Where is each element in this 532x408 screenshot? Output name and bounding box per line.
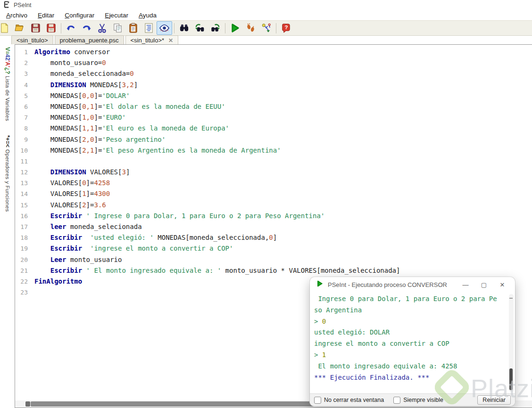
- menu-editar[interactable]: Editar: [33, 11, 59, 20]
- undo-button[interactable]: [63, 21, 79, 35]
- cut-icon: [97, 23, 108, 33]
- code-line: 6 MONEDAS[0,1]='El dolar es la moneda de…: [15, 101, 532, 112]
- console-line: > 0: [314, 316, 499, 327]
- code-line: 15 VALORES[2]=3.6: [15, 200, 532, 211]
- checkbox-box[interactable]: [314, 397, 321, 404]
- line-number: 20: [15, 254, 34, 265]
- code-text: Escribir ' El monto ingresado equivale a…: [34, 265, 400, 276]
- save-as-button[interactable]: [43, 21, 59, 35]
- scrollbar-left-arrow[interactable]: [25, 401, 30, 407]
- checkbox-label: No cerrar esta ventana: [324, 397, 384, 403]
- console-scrollbar-thumb[interactable]: [509, 368, 513, 390]
- save-button[interactable]: [28, 21, 43, 35]
- find-previous-button[interactable]: [192, 21, 208, 35]
- app-title: PSeInt: [14, 2, 32, 8]
- code-line: 4 DIMENSION MONEDAS[3,2]: [15, 80, 532, 90]
- line-number: 8: [15, 123, 34, 134]
- console-line: *** Ejecución Finalizada. ***: [314, 372, 499, 384]
- redo-icon: [81, 23, 92, 33]
- paste-icon: [128, 23, 139, 33]
- line-number: 18: [15, 232, 34, 243]
- checkbox-box[interactable]: [393, 397, 400, 404]
- code-line: 20 Leer monto_usuario: [15, 254, 532, 265]
- document-tab-sin_titulo[interactable]: <sin_titulo>: [11, 35, 53, 45]
- code-text: Escribir ' Ingrese 0 para Dolar, 1 para …: [34, 211, 324, 221]
- find-button[interactable]: [176, 21, 192, 35]
- restart-button[interactable]: Reiniciar: [477, 395, 511, 405]
- pseint-window: { "window": { "app_title": "PSeInt" }, "…: [0, 0, 532, 408]
- help-icon: ?: [281, 23, 291, 33]
- cut-button[interactable]: [94, 21, 110, 35]
- console-line: usted elegió: DOLAR: [314, 327, 499, 338]
- console-scrollbar[interactable]: [509, 294, 514, 392]
- new-file-button[interactable]: [0, 21, 12, 35]
- code-text: DIMENSION VALORES[3]: [34, 167, 130, 178]
- code-text: Leer monto_usuario: [34, 254, 122, 265]
- code-line: 9 MONEDAS[2,0]='Peso argentino': [15, 134, 532, 145]
- undo-icon: [66, 23, 76, 33]
- code-text: MONEDAS[1,1]='El euro es la moneda de Eu…: [34, 123, 229, 134]
- close-button[interactable]: ✕: [495, 281, 509, 288]
- menu-ejecutar[interactable]: Ejecutar: [100, 11, 133, 20]
- autoformat-button[interactable]: [141, 21, 157, 35]
- code-line: 2 monto_usuaro=0: [15, 57, 532, 68]
- paste-button[interactable]: [125, 21, 141, 35]
- line-number: 5: [15, 90, 34, 101]
- side-tab-variables[interactable]: V≡42'A'¿?Lista de Variables: [0, 44, 15, 121]
- execution-console-window: PSeInt - Ejecutando proceso CONVERSOR — …: [310, 277, 515, 406]
- code-line: 3 moneda_seleccionada=0: [15, 68, 532, 79]
- menu-archivo[interactable]: Archivo: [1, 11, 33, 20]
- open-button[interactable]: [12, 21, 28, 35]
- copy-icon: [112, 23, 123, 33]
- code-text: MONEDAS[0,0]='DOLAR': [34, 90, 130, 101]
- toolbar: ?: [0, 20, 532, 36]
- line-number: 10: [15, 145, 34, 156]
- document-tab-sin_titulo[interactable]: <sin_titulo>*✕: [125, 35, 179, 45]
- console-scrollbar-top-mark: [509, 298, 513, 299]
- help-button[interactable]: ?: [278, 21, 294, 35]
- syntax-view-button[interactable]: [157, 21, 172, 35]
- document-tab-bar: <sin_titulo>problema_puente.psc<sin_titu…: [0, 36, 532, 45]
- run-step-icon: [245, 23, 256, 33]
- code-text: MONEDAS[2,0]='Peso argentino': [34, 134, 166, 145]
- tab-close-icon[interactable]: ✕: [168, 38, 173, 43]
- code-text: VALORES[2]=3.6: [34, 200, 106, 211]
- line-number: 1: [15, 47, 34, 57]
- menu-configurar[interactable]: Configurar: [59, 11, 100, 20]
- line-number: 9: [15, 134, 34, 145]
- toolbar-separator: [225, 23, 225, 33]
- code-text: VALORES[0]=4258: [34, 178, 110, 188]
- maximize-button[interactable]: ▢: [477, 281, 491, 288]
- code-text: MONEDAS[0,1]='El dolar es la moneda de E…: [34, 101, 225, 112]
- code-text: DIMENSION MONEDAS[3,2]: [34, 80, 138, 90]
- minimize-button[interactable]: —: [458, 281, 473, 288]
- side-tab-operators[interactable]: *+=<Operadores y Funciones: [0, 132, 15, 212]
- checkbox-always-visible[interactable]: Siempre visible: [393, 397, 443, 404]
- console-title: PSeInt - Ejecutando proceso CONVERSOR: [328, 281, 454, 288]
- menu-ayuda[interactable]: Ayuda: [133, 11, 162, 20]
- find-previous-icon: [194, 23, 205, 33]
- find-icon: [179, 23, 190, 33]
- run-button[interactable]: [227, 21, 243, 35]
- document-tab-problema_puente.psc[interactable]: problema_puente.psc: [55, 35, 124, 45]
- redo-button[interactable]: [79, 21, 94, 35]
- line-number: 13: [15, 178, 34, 188]
- checkbox-keep-open[interactable]: No cerrar esta ventana: [314, 397, 384, 404]
- tab-label: problema_puente.psc: [60, 37, 119, 44]
- line-number: 22: [15, 276, 34, 287]
- copy-button[interactable]: [110, 21, 125, 35]
- line-number: 19: [15, 243, 34, 254]
- code-text: Escribir 'ingrese el monto a convertir a…: [34, 243, 233, 254]
- save-icon: [30, 23, 41, 33]
- code-line: 19 Escribir 'ingrese el monto a converti…: [15, 243, 532, 254]
- code-text: monto_usuaro=0: [34, 57, 106, 68]
- syntax-view-icon: [159, 23, 170, 33]
- flowchart-button[interactable]: [258, 21, 274, 35]
- code-line: 1Algoritmo conversor: [15, 47, 532, 57]
- code-text: Algoritmo conversor: [34, 47, 110, 57]
- side-tab-label: Lista de Variables: [5, 76, 10, 121]
- console-line: El monto ingresado equivale a: 4258: [314, 361, 499, 372]
- find-next-button[interactable]: [208, 21, 223, 35]
- run-step-button[interactable]: [243, 21, 258, 35]
- code-text: moneda_seleccionada=0: [34, 68, 134, 79]
